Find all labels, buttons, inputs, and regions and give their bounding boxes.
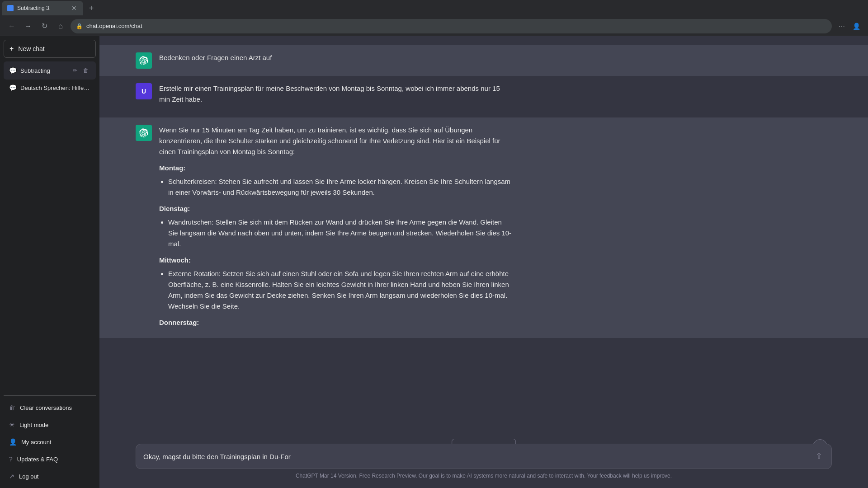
montag-exercise-1: Schulterkreisen: Stehen Sie aufrecht und… [168,176,512,198]
delete-chat-button[interactable]: 🗑 [81,66,90,75]
updates-label: Updates & FAQ [17,456,58,463]
user-message-text: Erstelle mir einen Trainingsplan für mei… [159,83,512,110]
url-text: chat.openai.com/chat [86,23,142,29]
new-chat-button[interactable]: + New chat [4,40,96,58]
browser-action-buttons: ⋯ 👤 [835,20,863,33]
dienstag-exercise-1: Wandrutschen: Stellen Sie sich mit dem R… [168,217,512,249]
mittwoch-exercise-1: Externe Rotation: Setzen Sie sich auf ei… [168,268,512,312]
logout-icon: ↗ [9,473,14,480]
account-label: My account [21,439,51,446]
chat-item-deutsch[interactable]: 💬 Deutsch Sprechen: Hilfe Angel [4,80,96,96]
tab-title: Subtracting 3. [17,5,51,11]
sidebar: + New chat 💬 Subtracting ✏ 🗑 💬 Deutsch S… [0,36,99,488]
lock-icon: 🔒 [76,23,83,29]
tab-close-btn[interactable]: ✕ [71,5,78,12]
chat-input[interactable]: Okay, magst du bitte den Trainingsplan i… [143,453,814,460]
day-dienstag: Dienstag: [159,203,512,214]
clear-icon: 🗑 [9,404,15,411]
app-container: + New chat 💬 Subtracting ✏ 🗑 💬 Deutsch S… [0,36,868,488]
montag-exercises: Schulterkreisen: Stehen Sie aufrecht und… [159,176,512,198]
message-assistant-partial: Bedenken oder Fragen einen Arzt auf [99,45,868,76]
sidebar-updates-faq[interactable]: ? Updates & FAQ [4,451,96,467]
sidebar-my-account[interactable]: 👤 My account [4,434,96,450]
assistant-message-content: Wenn Sie nur 15 Minuten am Tag Zeit habe… [159,125,512,331]
tab-favicon [7,5,14,11]
chat-messages: Bedenken oder Fragen einen Arzt auf U Er… [99,36,868,436]
message-user: U Erstelle mir einen Trainingsplan für m… [99,76,868,117]
dienstag-exercises: Wandrutschen: Stellen Sie sich mit dem R… [159,217,512,249]
partial-message-text: Bedenken oder Fragen einen Arzt auf [159,52,512,69]
browser-nav-bar: ← → ↻ ⌂ 🔒 chat.openai.com/chat ⋯ 👤 [0,16,868,36]
day-montag: Montag: [159,163,512,174]
message-assistant-main: Wenn Sie nur 15 Minuten am Tag Zeit habe… [99,117,868,338]
account-icon: 👤 [9,438,17,446]
forward-button[interactable]: → [22,20,34,33]
mittwoch-exercises: Externe Rotation: Setzen Sie sich auf ei… [159,268,512,312]
extensions-button[interactable]: ⋯ [835,20,848,33]
chat-item-actions: ✏ 🗑 [71,66,90,75]
sidebar-light-mode[interactable]: ☀ Light mode [4,417,96,433]
new-chat-plus-icon: + [9,45,14,53]
address-bar[interactable]: 🔒 chat.openai.com/chat [71,19,832,33]
chat-item-label: Subtracting [20,67,67,74]
user-avatar: U [136,83,152,99]
input-area: □ Stop generating ↓ Okay, magst du bitte… [99,436,868,488]
input-footer: ChatGPT Mar 14 Version. Free Research Pr… [136,473,832,479]
assistant-avatar [136,52,152,69]
edit-chat-button[interactable]: ✏ [71,66,80,75]
light-mode-label: Light mode [19,422,48,428]
updates-icon: ? [9,455,13,463]
chat-bubble-icon-2: 💬 [9,84,17,91]
clear-label: Clear conversations [20,404,72,411]
sidebar-bottom: 🗑 Clear conversations ☀ Light mode 👤 My … [4,395,96,484]
day-mittwoch: Mittwoch: [159,255,512,266]
chat-bubble-icon: 💬 [9,67,17,74]
assistant-intro: Wenn Sie nur 15 Minuten am Tag Zeit habe… [159,125,512,157]
sidebar-clear-conversations[interactable]: 🗑 Clear conversations [4,399,96,416]
chat-item-label-2: Deutsch Sprechen: Hilfe Angel [20,84,90,91]
assistant-avatar-2 [136,125,152,141]
logout-label: Log out [19,473,38,480]
profile-button[interactable]: 👤 [850,20,863,33]
reload-button[interactable]: ↻ [38,20,51,33]
main-content: Bedenken oder Fragen einen Arzt auf U Er… [99,36,868,488]
new-chat-label: New chat [18,45,44,52]
send-button[interactable]: ⇧ [814,450,824,463]
chat-list: 💬 Subtracting ✏ 🗑 💬 Deutsch Sprechen: Hi… [4,61,96,395]
sidebar-log-out[interactable]: ↗ Log out [4,468,96,484]
day-donnerstag: Donnerstag: [159,317,512,328]
new-tab-button[interactable]: + [85,2,98,14]
back-button[interactable]: ← [5,20,18,33]
input-wrapper: Okay, magst du bitte den Trainingsplan i… [136,444,832,469]
light-mode-icon: ☀ [9,421,15,428]
active-tab[interactable]: Subtracting 3. ✕ [2,1,83,15]
browser-tab-bar: Subtracting 3. ✕ + [0,0,868,16]
chat-item-subtracting[interactable]: 💬 Subtracting ✏ 🗑 [4,61,96,80]
home-button[interactable]: ⌂ [54,20,67,33]
